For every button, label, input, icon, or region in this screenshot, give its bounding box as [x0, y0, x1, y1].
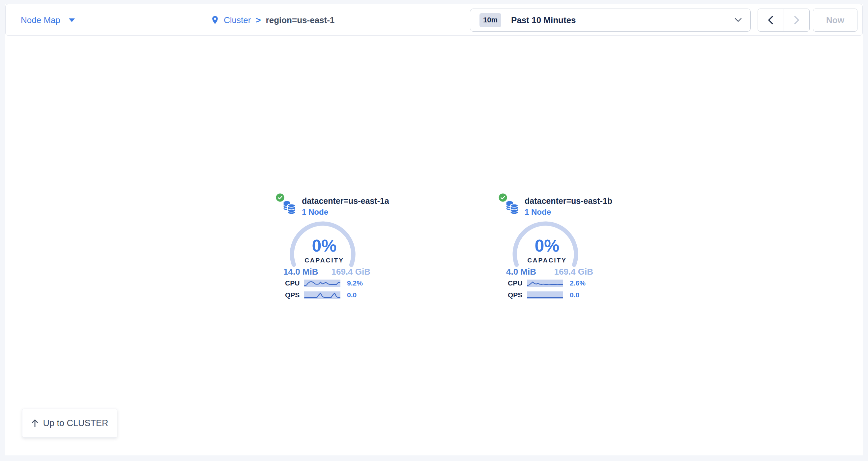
cpu-value: 2.6%	[570, 279, 586, 287]
chevron-down-icon	[735, 18, 742, 22]
database-stack-icon	[505, 199, 519, 216]
capacity-used: 4.0 MiB	[506, 267, 536, 277]
database-stack-icon	[282, 199, 296, 216]
capacity-values: 4.0 MiB 169.4 GiB	[506, 267, 593, 277]
location-pin-icon	[211, 15, 219, 25]
capacity-caption: CAPACITY	[493, 257, 601, 264]
capacity-caption: CAPACITY	[270, 257, 379, 264]
capacity-used: 14.0 MiB	[283, 267, 318, 277]
qps-value: 0.0	[347, 291, 356, 299]
breadcrumb-current: region=us-east-1	[266, 15, 335, 25]
caret-down-icon	[69, 19, 75, 22]
breadcrumb-cluster-link[interactable]: Cluster	[224, 15, 251, 25]
capacity-usable: 169.4 GiB	[331, 267, 370, 277]
node-map-panel: Node Map Cluster > region=us-east-1 10m …	[5, 4, 863, 455]
up-to-cluster-button[interactable]: Up to CLUSTER	[22, 409, 117, 438]
up-to-cluster-label: Up to CLUSTER	[43, 418, 108, 428]
chevron-right-icon	[794, 16, 800, 24]
capacity-percent: 0%	[493, 236, 601, 256]
qps-sparkline	[304, 291, 340, 299]
chevron-left-icon	[768, 16, 773, 24]
locality-card-us-east-1b[interactable]: datacenter=us-east-1b 1 Node 0% CAPACITY…	[493, 194, 601, 309]
view-selector-dropdown[interactable]: Node Map	[21, 4, 75, 36]
locality-node-count: 1 Node	[302, 207, 328, 217]
qps-label: QPS	[508, 291, 527, 299]
cpu-label: CPU	[508, 279, 527, 287]
capacity-values: 14.0 MiB 169.4 GiB	[283, 267, 370, 277]
time-nav-group	[757, 8, 810, 32]
locality-title: datacenter=us-east-1b	[525, 196, 612, 206]
qps-sparkline	[527, 291, 563, 299]
cpu-label: CPU	[285, 279, 304, 287]
toolbar: Node Map Cluster > region=us-east-1 10m …	[5, 4, 863, 36]
cpu-sparkline	[527, 279, 563, 287]
cpu-metric-row: CPU 9.2%	[285, 279, 363, 287]
qps-label: QPS	[285, 291, 304, 299]
qps-metric-row: QPS 0.0	[508, 291, 579, 299]
capacity-usable: 169.4 GiB	[554, 267, 593, 277]
qps-value: 0.0	[570, 291, 579, 299]
toolbar-divider	[457, 7, 457, 33]
time-prev-button[interactable]	[758, 9, 784, 31]
view-selector-label: Node Map	[21, 15, 60, 25]
locality-card-us-east-1a[interactable]: datacenter=us-east-1a 1 Node 0% CAPACITY…	[270, 194, 379, 309]
cpu-sparkline	[304, 279, 340, 287]
time-next-button[interactable]	[784, 9, 810, 31]
capacity-percent: 0%	[270, 236, 379, 256]
time-range-label: Past 10 Minutes	[511, 15, 735, 25]
locality-node-count: 1 Node	[525, 207, 551, 217]
cpu-value: 9.2%	[347, 279, 363, 287]
locality-title: datacenter=us-east-1a	[302, 196, 389, 206]
breadcrumb: Cluster > region=us-east-1	[211, 4, 335, 36]
qps-metric-row: QPS 0.0	[285, 291, 356, 299]
breadcrumb-separator: >	[256, 15, 261, 25]
time-range-badge: 10m	[479, 13, 501, 27]
time-range-dropdown[interactable]: 10m Past 10 Minutes	[470, 8, 751, 32]
cpu-metric-row: CPU 2.6%	[508, 279, 586, 287]
now-button[interactable]: Now	[813, 8, 858, 32]
up-arrow-icon	[31, 419, 39, 427]
